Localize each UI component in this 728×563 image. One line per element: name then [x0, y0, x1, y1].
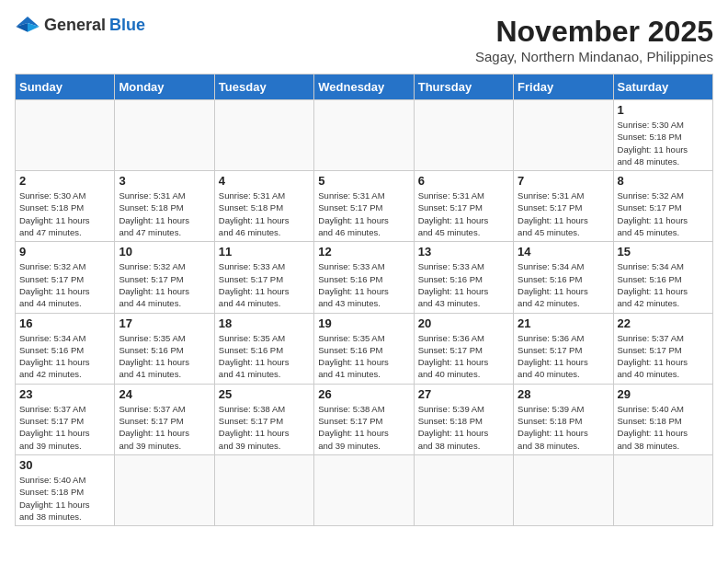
day-info: Sunrise: 5:33 AM Sunset: 5:16 PM Dayligh…: [418, 260, 509, 309]
day-number: 24: [119, 387, 210, 401]
day-cell: 3Sunrise: 5:31 AM Sunset: 5:18 PM Daylig…: [115, 171, 214, 242]
day-number: 30: [19, 458, 110, 472]
logo-general-text: General: [44, 16, 106, 35]
day-number: 23: [19, 387, 110, 401]
day-number: 25: [219, 387, 310, 401]
day-number: 10: [119, 245, 210, 259]
calendar-header: SundayMondayTuesdayWednesdayThursdayFrid…: [16, 75, 713, 100]
location-title: Sagay, Northern Mindanao, Philippines: [475, 49, 713, 64]
day-cell: [414, 100, 513, 171]
week-row-5: 23Sunrise: 5:37 AM Sunset: 5:17 PM Dayli…: [16, 384, 713, 454]
day-number: 28: [518, 387, 609, 401]
header-day-saturday: Saturday: [613, 75, 712, 100]
day-cell: 26Sunrise: 5:38 AM Sunset: 5:17 PM Dayli…: [314, 384, 414, 454]
title-area: November 2025 Sagay, Northern Mindanao, …: [475, 15, 713, 64]
day-info: Sunrise: 5:37 AM Sunset: 5:17 PM Dayligh…: [19, 403, 110, 452]
day-info: Sunrise: 5:38 AM Sunset: 5:17 PM Dayligh…: [219, 403, 310, 452]
day-cell: 2Sunrise: 5:30 AM Sunset: 5:18 PM Daylig…: [16, 171, 115, 242]
day-info: Sunrise: 5:31 AM Sunset: 5:17 PM Dayligh…: [518, 190, 609, 238]
day-number: 17: [119, 316, 210, 330]
day-cell: 12Sunrise: 5:33 AM Sunset: 5:16 PM Dayli…: [314, 242, 414, 313]
day-info: Sunrise: 5:32 AM Sunset: 5:17 PM Dayligh…: [119, 260, 210, 309]
day-info: Sunrise: 5:33 AM Sunset: 5:17 PM Dayligh…: [219, 260, 310, 309]
day-number: 11: [219, 245, 310, 259]
week-row-2: 2Sunrise: 5:30 AM Sunset: 5:18 PM Daylig…: [16, 171, 713, 242]
day-cell: 5Sunrise: 5:31 AM Sunset: 5:17 PM Daylig…: [314, 171, 414, 242]
day-info: Sunrise: 5:35 AM Sunset: 5:16 PM Dayligh…: [119, 332, 210, 381]
day-info: Sunrise: 5:31 AM Sunset: 5:17 PM Dayligh…: [318, 190, 409, 238]
day-info: Sunrise: 5:31 AM Sunset: 5:18 PM Dayligh…: [119, 190, 210, 238]
day-cell: [214, 100, 313, 171]
day-cell: 11Sunrise: 5:33 AM Sunset: 5:17 PM Dayli…: [214, 242, 313, 313]
day-cell: 10Sunrise: 5:32 AM Sunset: 5:17 PM Dayli…: [115, 242, 214, 313]
day-number: 20: [418, 316, 509, 330]
day-cell: [314, 100, 414, 171]
day-cell: [214, 454, 313, 525]
day-cell: 18Sunrise: 5:35 AM Sunset: 5:16 PM Dayli…: [214, 313, 313, 384]
day-number: 29: [618, 387, 709, 401]
day-number: 4: [219, 174, 310, 188]
day-number: 12: [318, 245, 409, 259]
day-cell: [16, 100, 115, 171]
day-cell: 13Sunrise: 5:33 AM Sunset: 5:16 PM Dayli…: [414, 242, 513, 313]
day-cell: 28Sunrise: 5:39 AM Sunset: 5:18 PM Dayli…: [514, 384, 613, 454]
day-info: Sunrise: 5:38 AM Sunset: 5:17 PM Dayligh…: [318, 403, 409, 452]
day-cell: 1Sunrise: 5:30 AM Sunset: 5:18 PM Daylig…: [613, 100, 712, 171]
day-number: 8: [618, 174, 709, 188]
day-info: Sunrise: 5:34 AM Sunset: 5:16 PM Dayligh…: [518, 260, 609, 309]
day-info: Sunrise: 5:32 AM Sunset: 5:17 PM Dayligh…: [618, 190, 709, 238]
calendar-body: 1Sunrise: 5:30 AM Sunset: 5:18 PM Daylig…: [16, 100, 713, 526]
day-number: 26: [318, 387, 409, 401]
day-number: 22: [618, 316, 709, 330]
day-cell: 23Sunrise: 5:37 AM Sunset: 5:17 PM Dayli…: [16, 384, 115, 454]
day-info: Sunrise: 5:36 AM Sunset: 5:17 PM Dayligh…: [518, 332, 609, 381]
day-cell: [514, 100, 613, 171]
day-cell: 6Sunrise: 5:31 AM Sunset: 5:17 PM Daylig…: [414, 171, 513, 242]
day-info: Sunrise: 5:40 AM Sunset: 5:18 PM Dayligh…: [618, 403, 709, 452]
day-number: 2: [19, 174, 110, 188]
day-number: 1: [618, 103, 709, 117]
day-number: 3: [119, 174, 210, 188]
day-info: Sunrise: 5:30 AM Sunset: 5:18 PM Dayligh…: [19, 190, 110, 238]
day-info: Sunrise: 5:36 AM Sunset: 5:17 PM Dayligh…: [418, 332, 509, 381]
day-cell: [314, 454, 414, 525]
week-row-4: 16Sunrise: 5:34 AM Sunset: 5:16 PM Dayli…: [16, 313, 713, 384]
header-row: SundayMondayTuesdayWednesdayThursdayFrid…: [16, 75, 713, 100]
day-info: Sunrise: 5:33 AM Sunset: 5:16 PM Dayligh…: [318, 260, 409, 309]
day-cell: 14Sunrise: 5:34 AM Sunset: 5:16 PM Dayli…: [514, 242, 613, 313]
week-row-1: 1Sunrise: 5:30 AM Sunset: 5:18 PM Daylig…: [16, 100, 713, 171]
day-number: 27: [418, 387, 509, 401]
day-info: Sunrise: 5:39 AM Sunset: 5:18 PM Dayligh…: [418, 403, 509, 452]
day-cell: 8Sunrise: 5:32 AM Sunset: 5:17 PM Daylig…: [613, 171, 712, 242]
day-cell: 7Sunrise: 5:31 AM Sunset: 5:17 PM Daylig…: [514, 171, 613, 242]
day-info: Sunrise: 5:31 AM Sunset: 5:18 PM Dayligh…: [219, 190, 310, 238]
calendar-table: SundayMondayTuesdayWednesdayThursdayFrid…: [15, 74, 713, 526]
day-info: Sunrise: 5:35 AM Sunset: 5:16 PM Dayligh…: [219, 332, 310, 381]
day-info: Sunrise: 5:32 AM Sunset: 5:17 PM Dayligh…: [19, 260, 110, 309]
day-cell: [414, 454, 513, 525]
day-cell: 17Sunrise: 5:35 AM Sunset: 5:16 PM Dayli…: [115, 313, 214, 384]
header-day-wednesday: Wednesday: [314, 75, 414, 100]
day-cell: 21Sunrise: 5:36 AM Sunset: 5:17 PM Dayli…: [514, 313, 613, 384]
day-cell: 15Sunrise: 5:34 AM Sunset: 5:16 PM Dayli…: [613, 242, 712, 313]
day-number: 13: [418, 245, 509, 259]
header-day-monday: Monday: [115, 75, 214, 100]
logo-area: GeneralBlue: [15, 15, 145, 35]
day-cell: 4Sunrise: 5:31 AM Sunset: 5:18 PM Daylig…: [214, 171, 313, 242]
header-day-thursday: Thursday: [414, 75, 513, 100]
day-info: Sunrise: 5:30 AM Sunset: 5:18 PM Dayligh…: [618, 119, 709, 167]
day-cell: 9Sunrise: 5:32 AM Sunset: 5:17 PM Daylig…: [16, 242, 115, 313]
day-number: 21: [518, 316, 609, 330]
logo-bird-icon: [15, 15, 40, 35]
day-number: 7: [518, 174, 609, 188]
day-cell: 30Sunrise: 5:40 AM Sunset: 5:18 PM Dayli…: [16, 454, 115, 525]
day-cell: [115, 454, 214, 525]
month-title: November 2025: [475, 15, 713, 49]
day-cell: 20Sunrise: 5:36 AM Sunset: 5:17 PM Dayli…: [414, 313, 513, 384]
day-info: Sunrise: 5:39 AM Sunset: 5:18 PM Dayligh…: [518, 403, 609, 452]
day-cell: [115, 100, 214, 171]
day-cell: [514, 454, 613, 525]
header-day-friday: Friday: [514, 75, 613, 100]
day-cell: 19Sunrise: 5:35 AM Sunset: 5:16 PM Dayli…: [314, 313, 414, 384]
day-info: Sunrise: 5:40 AM Sunset: 5:18 PM Dayligh…: [19, 474, 110, 523]
